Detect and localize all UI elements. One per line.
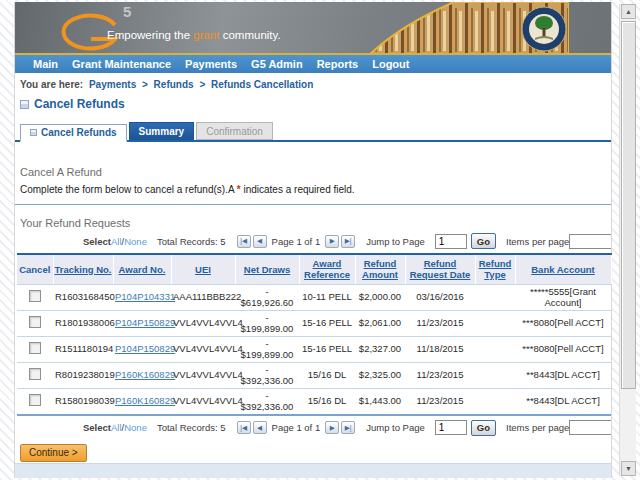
scroll-up-icon[interactable]: ▲ — [621, 4, 636, 19]
jump-to-page-input[interactable] — [435, 420, 467, 435]
net-draws-amount: $619,926.60 — [237, 297, 297, 309]
vertical-scrollbar[interactable]: ▲ ▼ — [619, 4, 636, 476]
col-header-refund-request-date[interactable]: Refund Request Date — [405, 254, 475, 284]
jump-to-page-label: Jump to Page — [366, 236, 425, 247]
last-page-button[interactable]: ▶| — [341, 421, 355, 434]
net-draws-cell: - $619,926.60 — [235, 284, 299, 310]
continue-button[interactable]: Continue > — [20, 444, 87, 462]
next-page-button[interactable]: ▶ — [325, 421, 339, 434]
award-no-link[interactable]: P104P150829 — [115, 343, 175, 354]
refund-request-date-cell: 11/23/2015 — [405, 310, 475, 336]
nav-item-reports[interactable]: Reports — [317, 58, 359, 70]
uei-cell: AAA111BBB222 — [171, 284, 235, 310]
tracking-no-cell: R1603168450 — [53, 284, 113, 310]
tab-summary[interactable]: Summary — [129, 122, 195, 140]
last-page-button[interactable]: ▶| — [341, 235, 355, 248]
refund-amount-cell: $2,000.00 — [355, 284, 405, 310]
bank-account-cell: *****5555[Grant Account] — [515, 284, 611, 310]
bank-account-cell: ***8080[Pell ACCT] — [515, 336, 611, 362]
page-status: Page 1 of 1 — [272, 236, 321, 247]
previous-page-button[interactable]: ◀ — [253, 235, 267, 248]
net-draws-cell: - $392,336.00 — [235, 362, 299, 388]
breadcrumb-separator: > — [199, 79, 205, 90]
cancel-checkbox[interactable] — [29, 368, 41, 380]
g5-application-window: 5 Empowering the grant community. — [0, 0, 640, 480]
award-reference-cell: 15-16 PELL — [299, 336, 355, 362]
nav-item-g5-admin[interactable]: G5 Admin — [251, 58, 303, 70]
items-per-page-input[interactable] — [569, 420, 611, 435]
select-none-link[interactable]: None — [124, 236, 147, 247]
col-header-tracking-no[interactable]: Tracking No. — [53, 254, 113, 284]
refund-request-date-cell: 11/23/2015 — [405, 362, 475, 388]
net-draws-amount: $199,899.00 — [237, 349, 297, 361]
refund-type-cell — [475, 310, 515, 336]
cancel-checkbox[interactable] — [29, 342, 41, 354]
refund-requests-table: Cancel Tracking No. Award No. UEI Net Dr… — [17, 253, 612, 416]
award-no-link[interactable]: P104P150829 — [115, 317, 175, 328]
cancel-checkbox[interactable] — [29, 394, 41, 406]
nav-item-grant-maintenance[interactable]: Grant Maintenance — [72, 58, 171, 70]
award-no-link[interactable]: P160K160829 — [115, 369, 175, 380]
tracking-no-cell: R8019238019 — [53, 362, 113, 388]
tab-confirmation: Confirmation — [196, 122, 273, 140]
cancel-checkbox[interactable] — [29, 316, 41, 328]
previous-page-button[interactable]: ◀ — [253, 421, 267, 434]
breadcrumb: You are here: Payments > Refunds > Refun… — [15, 73, 611, 90]
refund-request-date-cell: 11/23/2015 — [405, 388, 475, 415]
award-no-cell: P104P104331 — [113, 284, 171, 310]
col-header-bank-account[interactable]: Bank Account — [515, 254, 611, 284]
refund-amount-cell: $1,443.00 — [355, 388, 405, 415]
select-label: Select — [83, 236, 111, 247]
col-header-refund-type[interactable]: Refund Type — [475, 254, 515, 284]
nav-item-main[interactable]: Main — [33, 58, 58, 70]
refund-type-cell — [475, 362, 515, 388]
breadcrumb-link-payments[interactable]: Payments — [89, 79, 136, 90]
col-header-award-reference[interactable]: Award Reference — [299, 254, 355, 284]
net-draws-amount: $199,899.00 — [237, 323, 297, 335]
col-header-refund-amount[interactable]: Refund Amount — [355, 254, 405, 284]
next-page-button[interactable]: ▶ — [325, 235, 339, 248]
go-button[interactable]: Go — [471, 233, 496, 249]
award-reference-cell: 15-16 PELL — [299, 310, 355, 336]
select-all-link[interactable]: All — [111, 422, 122, 433]
banner: 5 Empowering the grant community. — [15, 2, 611, 55]
breadcrumb-link-refunds[interactable]: Refunds — [154, 79, 194, 90]
cancel-checkbox[interactable] — [29, 290, 41, 302]
nav-item-logout[interactable]: Logout — [372, 58, 409, 70]
cancel-cell — [17, 362, 53, 388]
total-records: Total Records: 5 — [157, 236, 226, 247]
award-no-cell: P160K160829 — [113, 362, 171, 388]
go-button[interactable]: Go — [471, 420, 496, 436]
net-draws-amount: $392,336.00 — [237, 401, 297, 413]
col-header-award-no[interactable]: Award No. — [113, 254, 171, 284]
scrollbar-thumb[interactable] — [621, 21, 636, 389]
tab-cancel-refunds[interactable]: Cancel Refunds — [20, 124, 127, 142]
table-row: R8019238019 P160K160829 VVL4VVL4VVL4 - $… — [17, 362, 611, 388]
tracking-no-cell: R1801938006 — [53, 310, 113, 336]
jump-to-page-input[interactable] — [435, 234, 467, 249]
select-none-link[interactable]: None — [124, 422, 147, 433]
select-all-link[interactable]: All — [111, 236, 122, 247]
section-divider — [15, 204, 611, 205]
items-per-page-input[interactable] — [569, 234, 611, 249]
col-header-net-draws[interactable]: Net Draws — [235, 254, 299, 284]
cancel-cell — [17, 310, 53, 336]
first-page-button[interactable]: |◀ — [237, 421, 251, 434]
scroll-down-icon[interactable]: ▼ — [621, 461, 636, 476]
page-title: Cancel Refunds — [20, 97, 611, 111]
pagination-bar-top: SelectAll/None Total Records: 5 |◀ ◀ Pag… — [15, 231, 611, 251]
col-header-uei[interactable]: UEI — [171, 254, 235, 284]
breadcrumb-link-refunds-cancellation[interactable]: Refunds Cancellation — [211, 79, 313, 90]
section-heading: Cancel A Refund — [20, 166, 611, 178]
breadcrumb-prefix: You are here: — [20, 79, 83, 90]
select-label: Select — [83, 422, 111, 433]
first-page-button[interactable]: |◀ — [237, 235, 251, 248]
award-no-link[interactable]: P104P104331 — [115, 291, 175, 302]
refund-type-cell — [475, 388, 515, 415]
uei-cell: VVL4VVL4VVL4 — [171, 310, 235, 336]
award-reference-cell: 15/16 DL — [299, 362, 355, 388]
award-no-link[interactable]: P160K160829 — [115, 395, 175, 406]
table-row: R1580198039 P160K160829 VVL4VVL4VVL4 - $… — [17, 388, 611, 415]
nav-item-payments[interactable]: Payments — [185, 58, 237, 70]
breadcrumb-separator: > — [142, 79, 148, 90]
